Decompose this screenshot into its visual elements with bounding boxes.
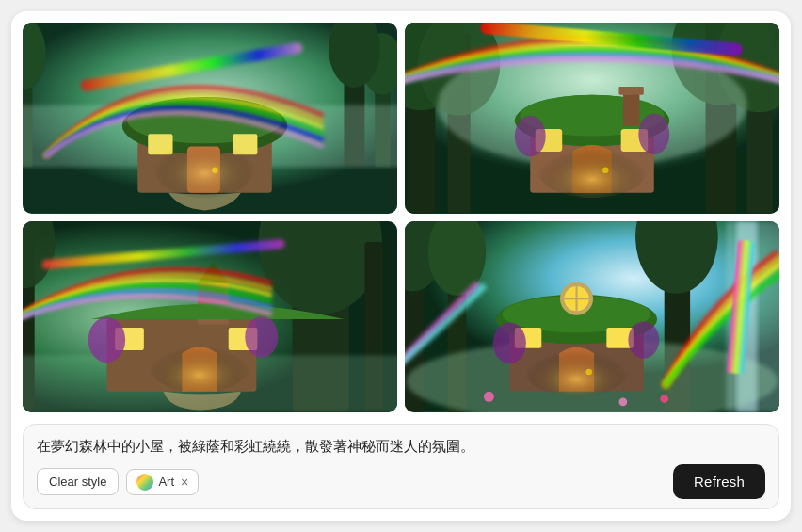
svg-point-36 (536, 137, 650, 199)
svg-rect-29 (623, 89, 640, 125)
svg-point-49 (88, 317, 125, 363)
svg-point-15 (153, 137, 257, 199)
svg-point-73 (628, 321, 659, 358)
bottom-bar: 在夢幻森林中的小屋，被綠蔭和彩虹繞繞，散發著神秘而迷人的氛圍。 Clear st… (23, 424, 779, 510)
image-cell-4[interactable] (405, 221, 779, 412)
svg-point-35 (638, 113, 669, 154)
art-tag[interactable]: Art × (126, 469, 199, 495)
art-tag-icon (136, 474, 153, 491)
image-cell-1[interactable] (23, 23, 397, 214)
left-controls: Clear style Art × (37, 468, 199, 495)
svg-point-76 (660, 395, 668, 403)
art-tag-label: Art (158, 475, 174, 489)
svg-point-75 (484, 392, 494, 402)
prompt-text: 在夢幻森林中的小屋，被綠蔭和彩虹繞繞，散發著神秘而迷人的氛圍。 (37, 434, 765, 465)
refresh-button[interactable]: Refresh (673, 464, 765, 499)
image-cell-2[interactable] (405, 23, 779, 214)
image-grid (23, 23, 779, 412)
svg-point-34 (515, 116, 546, 157)
svg-point-51 (148, 334, 251, 392)
clear-style-button[interactable]: Clear style (37, 468, 119, 495)
svg-point-77 (618, 397, 627, 406)
main-container: 在夢幻森林中的小屋，被綠蔭和彩虹繞繞，散發著神秘而迷人的氛圍。 Clear st… (11, 11, 791, 521)
svg-point-50 (245, 316, 278, 358)
svg-point-74 (523, 339, 631, 396)
image-cell-3[interactable] (23, 221, 397, 412)
svg-rect-30 (618, 87, 643, 95)
art-tag-close[interactable]: × (181, 476, 188, 489)
svg-point-72 (493, 322, 526, 363)
bottom-controls: Clear style Art × Refresh (37, 464, 765, 499)
